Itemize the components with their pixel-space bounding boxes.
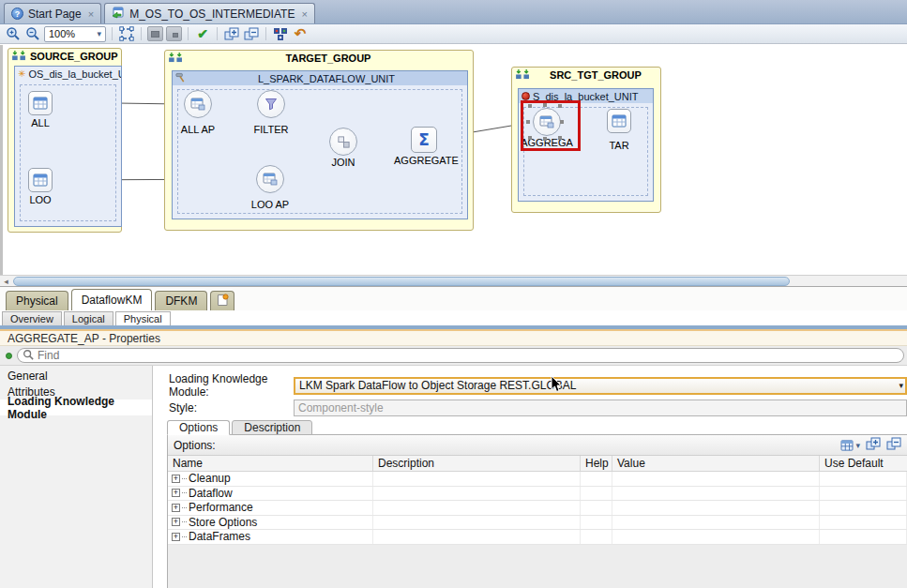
- tab-description[interactable]: Description: [232, 420, 312, 435]
- tab-overview[interactable]: Overview: [2, 311, 62, 325]
- node-loo-ap-label: LOO AP: [240, 199, 300, 210]
- table-row-dataflow[interactable]: +Dataflow: [168, 487, 907, 502]
- fit-selection-button[interactable]: [118, 25, 135, 42]
- node-all-label: ALL: [10, 117, 70, 128]
- note-icon: [216, 294, 229, 309]
- group-icon: [11, 50, 27, 63]
- search-icon: [23, 349, 34, 363]
- validate-icon[interactable]: ✔: [194, 25, 211, 42]
- find-input[interactable]: [38, 349, 903, 362]
- filter-funnel-icon: [264, 97, 279, 112]
- expand-toggle-icon[interactable]: +: [172, 489, 180, 497]
- lkm-select[interactable]: LKM Spark DataFlow to Object Storage RES…: [294, 377, 907, 395]
- node-loo[interactable]: [28, 168, 53, 192]
- sidebar-item-loading-knowledge-module[interactable]: Loading Knowledge Module: [0, 400, 152, 415]
- properties-title: AGGREGATE_AP - Properties: [0, 331, 907, 346]
- node-aggregate[interactable]: Σ: [411, 127, 437, 153]
- tab-dfkm-label: DFKM: [165, 294, 197, 308]
- table-row-dataframes[interactable]: +DataFrames: [168, 530, 907, 545]
- editor-tab-bar: Physical DataflowKM DFKM: [0, 287, 907, 310]
- expand-toggle-icon[interactable]: +: [172, 504, 180, 512]
- properties-content: Loading Knowledge Module: LKM Spark Data…: [154, 366, 907, 588]
- toolbar-separator: [217, 27, 218, 40]
- properties-sidebar: General Attributes Loading Knowledge Mod…: [0, 366, 153, 588]
- datastore-icon: [612, 114, 627, 128]
- toolbar-separator: [112, 27, 113, 40]
- sidebar-item-lkm-label: Loading Knowledge Module: [8, 395, 152, 421]
- toolbar-separator: [141, 27, 142, 40]
- tab-mapping[interactable]: M_OS_TO_OS_INTERMEDIATE ×: [104, 3, 315, 23]
- node-loo-ap[interactable]: [256, 165, 284, 193]
- table-view-button[interactable]: ▾: [840, 440, 860, 451]
- zoom-level-value: 100%: [49, 28, 75, 39]
- horizontal-scrollbar[interactable]: ◂: [0, 275, 907, 287]
- tab-physical-km[interactable]: Physical: [6, 291, 68, 310]
- node-all-ap[interactable]: [184, 90, 212, 118]
- tab-physical-view[interactable]: Physical: [115, 311, 171, 325]
- lkm-label: Loading Knowledge Module:: [169, 372, 294, 399]
- lkm-value: LKM Spark DataFlow to Object Storage RES…: [299, 379, 576, 392]
- options-table-header: Name Description Help Value Use Default: [168, 456, 907, 472]
- close-icon[interactable]: ×: [301, 9, 307, 19]
- undo-icon[interactable]: ↶: [292, 25, 309, 42]
- find-box[interactable]: [17, 348, 904, 363]
- sidebar-item-general[interactable]: General: [0, 368, 152, 384]
- options-toolbar: Options: ▾: [168, 435, 907, 456]
- column-name: Name: [168, 456, 373, 471]
- toolbar-separator: [188, 27, 189, 40]
- diagram-toolbar: 100% ▾ ✔ ↶: [0, 24, 907, 44]
- close-icon[interactable]: ×: [88, 9, 94, 19]
- question-icon: ?: [11, 8, 23, 20]
- zoom-in-button[interactable]: [5, 25, 22, 42]
- node-filter[interactable]: [257, 90, 285, 118]
- find-bar: [0, 346, 907, 366]
- tab-dfkm[interactable]: DFKM: [155, 291, 207, 310]
- zoom-level-select[interactable]: 100% ▾: [44, 26, 106, 42]
- collapse-all-rows-button[interactable]: [886, 437, 901, 454]
- tab-logical[interactable]: Logical: [64, 311, 113, 325]
- tab-physical-km-label: Physical: [16, 294, 58, 308]
- status-dot-icon: [6, 353, 12, 359]
- toolbar-separator: [265, 27, 266, 40]
- scrollbar-thumb[interactable]: [13, 277, 790, 286]
- datastore-icon: [33, 173, 48, 187]
- table-row-cleanup[interactable]: +Cleanup: [168, 472, 907, 487]
- tab-start-page-label: Start Page: [28, 8, 82, 21]
- tab-km-note[interactable]: [210, 291, 234, 310]
- target-group-header: TARGET_GROUP: [165, 51, 473, 66]
- node-tar[interactable]: [607, 109, 631, 133]
- row-label: Performance: [189, 501, 253, 514]
- expand-toggle-icon[interactable]: +: [172, 533, 180, 541]
- options-tab-bar: Options Description: [167, 420, 314, 435]
- column-use-default: Use Default: [820, 456, 907, 471]
- layout-sync-icon[interactable]: [272, 25, 289, 42]
- style-field[interactable]: Component-style: [294, 400, 907, 416]
- style-row: Style: Component-style: [169, 399, 907, 417]
- tab-options[interactable]: Options: [167, 420, 230, 435]
- tab-dataflowkm[interactable]: DataflowKM: [71, 289, 153, 310]
- collapse-all-button[interactable]: [243, 25, 260, 42]
- expand-toggle-icon[interactable]: +: [172, 475, 180, 483]
- mapping-canvas[interactable]: SOURCE_GROUP ✳ OS_dis_la_bucket_U TARGET…: [0, 45, 907, 275]
- node-join[interactable]: [329, 128, 357, 156]
- options-tools: ▾: [840, 437, 901, 454]
- hammer-icon: [175, 72, 186, 84]
- expand-all-button[interactable]: [223, 25, 240, 42]
- tab-start-page[interactable]: ? Start Page ×: [4, 3, 101, 23]
- column-description: Description: [373, 456, 581, 471]
- lkm-row: Loading Knowledge Module: LKM Spark Data…: [169, 376, 907, 395]
- tab-description-label: Description: [244, 421, 300, 434]
- table-row-store-options[interactable]: +Store Options: [168, 516, 907, 531]
- expand-toggle-icon[interactable]: +: [172, 518, 180, 526]
- table-row-performance[interactable]: +Performance: [168, 501, 907, 516]
- expand-all-rows-button[interactable]: [866, 437, 881, 454]
- style-value: Component-style: [298, 401, 384, 415]
- node-all[interactable]: [28, 91, 53, 115]
- chevron-down-icon: ▾: [97, 29, 101, 38]
- src-tgt-group-title: SRC_TGT_GROUP: [534, 69, 658, 81]
- zoom-out-button[interactable]: [24, 25, 41, 42]
- scroll-left-icon[interactable]: ◂: [1, 277, 11, 286]
- options-caption: Options:: [174, 439, 216, 452]
- tab-mapping-label: M_OS_TO_OS_INTERMEDIATE: [129, 8, 295, 21]
- src-tgt-group-header: SRC_TGT_GROUP: [512, 68, 660, 83]
